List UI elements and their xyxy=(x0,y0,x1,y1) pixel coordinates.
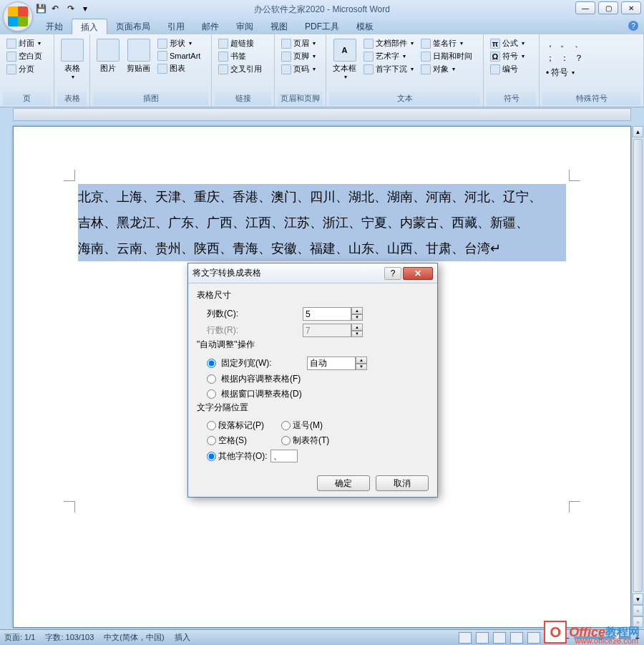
fixed-width-input[interactable] xyxy=(307,357,356,370)
ok-button[interactable]: 确定 xyxy=(317,475,370,491)
object-button[interactable]: 对象▾ xyxy=(419,63,474,75)
sep-other-radio[interactable] xyxy=(207,452,216,461)
pagenum-button[interactable]: 页码▾ xyxy=(279,63,318,75)
horizontal-ruler[interactable] xyxy=(13,108,631,121)
smartart-button[interactable]: SmartArt xyxy=(155,50,203,62)
draft-view-icon[interactable] xyxy=(527,632,540,644)
tab-pdf[interactable]: PDF工具 xyxy=(296,19,348,34)
spin-up-icon[interactable]: ▲ xyxy=(356,357,367,364)
spin-down-icon[interactable]: ▼ xyxy=(356,364,367,371)
page-status[interactable]: 页面: 1/1 xyxy=(4,632,35,643)
object-icon xyxy=(421,64,431,74)
insert-mode-status[interactable]: 插入 xyxy=(175,632,190,643)
selected-text[interactable]: 北京、上海、天津、重庆、香港、澳门、四川、湖北、湖南、河南、河北、辽宁、 吉林、… xyxy=(78,184,566,261)
group-label-text: 文本 xyxy=(329,92,480,105)
footer-button[interactable]: 页脚▾ xyxy=(279,50,318,62)
sym-comma[interactable]: ， xyxy=(544,37,557,51)
redo-icon[interactable]: ↷ xyxy=(67,4,79,15)
tab-references[interactable]: 引用 xyxy=(159,19,193,34)
language-status[interactable]: 中文(简体，中国) xyxy=(104,632,164,643)
equation-button[interactable]: π公式▾ xyxy=(488,37,527,49)
tab-insert[interactable]: 插入 xyxy=(72,19,107,34)
close-button[interactable]: ✕ xyxy=(621,1,641,14)
help-icon[interactable]: ? xyxy=(628,21,638,31)
minimize-button[interactable]: — xyxy=(575,1,595,14)
wordart-button[interactable]: 艺术字▾ xyxy=(361,50,416,62)
tab-template[interactable]: 模板 xyxy=(348,19,382,34)
number-button[interactable]: 编号 xyxy=(488,63,527,75)
shapes-button[interactable]: 形状▾ xyxy=(155,37,203,49)
header-button[interactable]: 页眉▾ xyxy=(279,37,318,49)
sym-dun[interactable]: 、 xyxy=(572,37,585,51)
table-button[interactable]: 表格▾ xyxy=(59,37,86,82)
tab-review[interactable]: 审阅 xyxy=(228,19,262,34)
dialog-title: 将文字转换成表格 xyxy=(192,267,384,279)
qat-more-icon[interactable]: ▾ xyxy=(83,4,94,15)
textbox-button[interactable]: A文本框▾ xyxy=(331,37,358,82)
spin-down-icon[interactable]: ▼ xyxy=(351,314,363,321)
tab-view[interactable]: 视图 xyxy=(262,19,296,34)
cover-page-icon xyxy=(6,39,16,49)
fullscreen-view-icon[interactable] xyxy=(476,632,489,644)
tab-layout[interactable]: 页面布局 xyxy=(107,19,159,34)
sep-comma-radio[interactable] xyxy=(281,421,291,430)
fit-window-radio[interactable] xyxy=(207,389,216,399)
special-symbol-button[interactable]: • 符号▾ xyxy=(544,66,585,79)
sep-space-radio[interactable] xyxy=(207,436,216,445)
crossref-button[interactable]: 交叉引用 xyxy=(216,63,264,75)
clipart-button[interactable]: 剪贴画 xyxy=(125,37,152,75)
web-view-icon[interactable] xyxy=(493,632,506,644)
hyperlink-button[interactable]: 超链接 xyxy=(216,37,264,49)
datetime-button[interactable]: 日期和时间 xyxy=(419,50,474,62)
quickparts-button[interactable]: 文档部件▾ xyxy=(361,37,416,49)
sym-question[interactable]: ？ xyxy=(572,52,585,65)
ribbon: 封面▾ 空白页 分页 页 表格▾ 表格 图片 剪贴画 形状▾ SmartArt … xyxy=(0,34,644,107)
dialog-help-button[interactable]: ? xyxy=(384,267,401,280)
outline-view-icon[interactable] xyxy=(510,632,523,644)
group-label-illustrations: 插图 xyxy=(93,92,208,105)
spin-up-icon[interactable]: ▲ xyxy=(351,307,363,314)
chart-button[interactable]: 图表 xyxy=(155,62,203,74)
scroll-thumb[interactable] xyxy=(633,139,643,592)
save-icon[interactable]: 💾 xyxy=(36,4,47,15)
symbol-button[interactable]: Ω符号▾ xyxy=(488,50,527,62)
dialog-close-button[interactable]: ✕ xyxy=(403,267,433,280)
watermark-brand1: Office xyxy=(569,625,605,640)
bookmark-button[interactable]: 书签 xyxy=(216,50,264,62)
sym-semi[interactable]: ； xyxy=(544,52,557,65)
scroll-down-icon[interactable]: ▼ xyxy=(633,593,643,605)
cover-page-button[interactable]: 封面▾ xyxy=(4,37,44,49)
dialog-titlebar[interactable]: 将文字转换成表格 ? ✕ xyxy=(188,263,437,283)
group-label-pages: 页 xyxy=(3,92,51,105)
sep-para-radio[interactable] xyxy=(207,421,216,430)
office-button[interactable] xyxy=(3,1,33,31)
title-bar: 💾 ↶ ↷ ▾ 办公软件之家2020 - Microsoft Word — ▢ … xyxy=(0,0,644,19)
watermark-brand2: 教程网 xyxy=(605,625,640,640)
sep-tab-radio[interactable] xyxy=(281,436,291,445)
sigline-button[interactable]: 签名行▾ xyxy=(419,37,474,49)
tab-mailings[interactable]: 邮件 xyxy=(193,19,228,34)
prev-page-icon[interactable]: ◦ xyxy=(633,605,643,616)
fixed-width-radio[interactable] xyxy=(207,359,216,368)
word-count-status[interactable]: 字数: 103/103 xyxy=(45,632,94,643)
columns-input[interactable] xyxy=(303,307,351,321)
sep-other-input[interactable] xyxy=(270,450,298,462)
fit-content-radio[interactable] xyxy=(207,374,216,384)
sym-period[interactable]: 。 xyxy=(558,37,571,51)
margin-corner-icon xyxy=(64,501,75,513)
sym-colon[interactable]: ： xyxy=(558,52,571,65)
spin-down-icon: ▼ xyxy=(351,331,363,338)
maximize-button[interactable]: ▢ xyxy=(598,1,618,14)
tab-home[interactable]: 开始 xyxy=(37,19,72,34)
picture-button[interactable]: 图片 xyxy=(94,37,122,75)
cancel-button[interactable]: 取消 xyxy=(376,475,429,491)
scroll-up-icon[interactable]: ▲ xyxy=(633,126,643,137)
dropcap-button[interactable]: 首字下沉▾ xyxy=(361,63,416,75)
blank-page-button[interactable]: 空白页 xyxy=(4,50,44,62)
blank-page-icon xyxy=(6,52,16,62)
page-break-button[interactable]: 分页 xyxy=(4,63,44,75)
rows-label: 行数(R): xyxy=(207,324,300,336)
undo-icon[interactable]: ↶ xyxy=(52,4,63,15)
vertical-scrollbar[interactable]: ▲ ▼ ◦ ◦ xyxy=(632,126,643,628)
print-layout-view-icon[interactable] xyxy=(459,632,472,644)
